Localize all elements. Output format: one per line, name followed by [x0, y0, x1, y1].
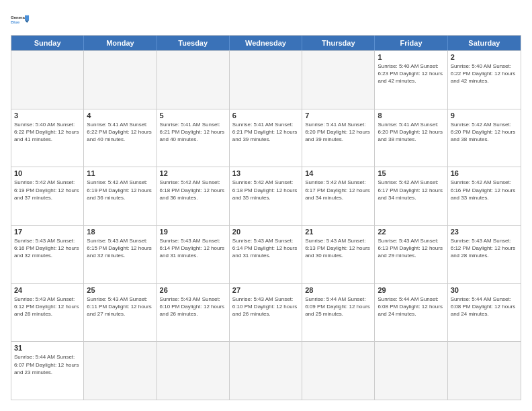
day-info: Sunrise: 5:42 AM Sunset: 6:18 PM Dayligh…	[232, 179, 299, 201]
day-info: Sunrise: 5:43 AM Sunset: 6:15 PM Dayligh…	[87, 237, 153, 260]
calendar-cell: 24Sunrise: 5:43 AM Sunset: 6:12 PM Dayli…	[11, 284, 84, 342]
day-of-week-monday: Monday	[84, 36, 157, 50]
calendar-cell	[84, 51, 157, 109]
day-of-week-friday: Friday	[375, 36, 447, 50]
calendar-cell: 8Sunrise: 5:41 AM Sunset: 6:20 PM Daylig…	[375, 109, 447, 167]
day-number: 2	[451, 53, 518, 61]
svg-text:General: General	[11, 15, 26, 19]
day-info: Sunrise: 5:42 AM Sunset: 6:17 PM Dayligh…	[305, 179, 371, 201]
day-number: 11	[87, 169, 153, 177]
calendar-cell: 2Sunrise: 5:40 AM Sunset: 6:22 PM Daylig…	[448, 51, 521, 109]
calendar-cell: 6Sunrise: 5:41 AM Sunset: 6:21 PM Daylig…	[230, 109, 302, 167]
calendar-cell: 21Sunrise: 5:43 AM Sunset: 6:13 PM Dayli…	[302, 226, 375, 283]
day-number: 25	[87, 286, 153, 294]
day-number: 18	[87, 228, 153, 236]
day-number: 24	[14, 286, 81, 294]
day-info: Sunrise: 5:43 AM Sunset: 6:10 PM Dayligh…	[160, 295, 226, 318]
calendar-cell	[84, 342, 157, 400]
calendar-cell: 7Sunrise: 5:41 AM Sunset: 6:20 PM Daylig…	[302, 109, 375, 167]
day-number: 30	[451, 286, 518, 294]
calendar-cell: 23Sunrise: 5:43 AM Sunset: 6:12 PM Dayli…	[448, 226, 521, 283]
calendar-week-1: 1Sunrise: 5:40 AM Sunset: 6:23 PM Daylig…	[11, 50, 521, 109]
calendar-week-4: 17Sunrise: 5:43 AM Sunset: 6:16 PM Dayli…	[11, 225, 521, 283]
day-number: 19	[160, 228, 226, 236]
calendar-cell	[157, 342, 230, 400]
calendar-cell: 22Sunrise: 5:43 AM Sunset: 6:13 PM Dayli…	[375, 226, 447, 283]
calendar-week-3: 10Sunrise: 5:42 AM Sunset: 6:19 PM Dayli…	[11, 167, 521, 225]
day-info: Sunrise: 5:44 AM Sunset: 6:09 PM Dayligh…	[305, 295, 371, 318]
day-info: Sunrise: 5:42 AM Sunset: 6:20 PM Dayligh…	[451, 121, 518, 144]
calendar-week-5: 24Sunrise: 5:43 AM Sunset: 6:12 PM Dayli…	[11, 283, 521, 342]
day-number: 16	[451, 169, 518, 177]
day-info: Sunrise: 5:43 AM Sunset: 6:14 PM Dayligh…	[232, 237, 299, 260]
day-info: Sunrise: 5:41 AM Sunset: 6:20 PM Dayligh…	[305, 121, 371, 144]
day-info: Sunrise: 5:43 AM Sunset: 6:16 PM Dayligh…	[14, 237, 81, 260]
calendar-cell: 27Sunrise: 5:43 AM Sunset: 6:10 PM Dayli…	[230, 284, 302, 342]
day-number: 1	[378, 53, 444, 61]
day-number: 17	[14, 228, 81, 236]
calendar-cell: 5Sunrise: 5:41 AM Sunset: 6:21 PM Daylig…	[157, 109, 230, 167]
calendar-cell: 13Sunrise: 5:42 AM Sunset: 6:18 PM Dayli…	[230, 167, 302, 225]
day-info: Sunrise: 5:43 AM Sunset: 6:12 PM Dayligh…	[451, 237, 518, 260]
day-info: Sunrise: 5:42 AM Sunset: 6:18 PM Dayligh…	[160, 179, 226, 201]
day-info: Sunrise: 5:42 AM Sunset: 6:19 PM Dayligh…	[14, 179, 81, 201]
calendar-cell	[375, 342, 447, 400]
calendar-cell: 12Sunrise: 5:42 AM Sunset: 6:18 PM Dayli…	[157, 167, 230, 225]
day-number: 26	[160, 286, 226, 294]
calendar-cell: 14Sunrise: 5:42 AM Sunset: 6:17 PM Dayli…	[302, 167, 375, 225]
calendar-cell: 16Sunrise: 5:42 AM Sunset: 6:16 PM Dayli…	[448, 167, 521, 225]
calendar-cell: 20Sunrise: 5:43 AM Sunset: 6:14 PM Dayli…	[230, 226, 302, 283]
day-info: Sunrise: 5:43 AM Sunset: 6:13 PM Dayligh…	[378, 237, 444, 260]
day-info: Sunrise: 5:44 AM Sunset: 6:07 PM Dayligh…	[14, 353, 81, 376]
day-info: Sunrise: 5:40 AM Sunset: 6:23 PM Dayligh…	[378, 62, 444, 85]
day-number: 23	[451, 228, 518, 236]
day-number: 21	[305, 228, 371, 236]
calendar-cell: 3Sunrise: 5:40 AM Sunset: 6:22 PM Daylig…	[11, 109, 84, 167]
day-number: 20	[232, 228, 299, 236]
day-info: Sunrise: 5:42 AM Sunset: 6:16 PM Dayligh…	[451, 179, 518, 201]
day-number: 6	[232, 111, 299, 120]
day-info: Sunrise: 5:43 AM Sunset: 6:10 PM Dayligh…	[232, 295, 299, 318]
day-number: 27	[232, 286, 299, 294]
day-number: 3	[14, 111, 81, 120]
day-info: Sunrise: 5:40 AM Sunset: 6:22 PM Dayligh…	[14, 121, 81, 144]
day-info: Sunrise: 5:42 AM Sunset: 6:19 PM Dayligh…	[87, 179, 153, 201]
day-of-week-wednesday: Wednesday	[230, 36, 302, 50]
day-number: 28	[305, 286, 371, 294]
calendar-cell	[157, 51, 230, 109]
day-number: 14	[305, 169, 371, 177]
day-info: Sunrise: 5:41 AM Sunset: 6:22 PM Dayligh…	[87, 121, 153, 144]
calendar-cell	[11, 51, 84, 109]
day-number: 29	[378, 286, 444, 294]
calendar-cell: 30Sunrise: 5:44 AM Sunset: 6:08 PM Dayli…	[448, 284, 521, 342]
day-number: 12	[160, 169, 226, 177]
calendar-cell: 28Sunrise: 5:44 AM Sunset: 6:09 PM Dayli…	[302, 284, 375, 342]
calendar-cell: 19Sunrise: 5:43 AM Sunset: 6:14 PM Dayli…	[157, 226, 230, 283]
calendar-cell: 26Sunrise: 5:43 AM Sunset: 6:10 PM Dayli…	[157, 284, 230, 342]
calendar-cell	[230, 51, 302, 109]
calendar-week-6: 31Sunrise: 5:44 AM Sunset: 6:07 PM Dayli…	[11, 341, 521, 400]
page-header: GeneralBlue	[11, 11, 521, 30]
day-info: Sunrise: 5:43 AM Sunset: 6:14 PM Dayligh…	[160, 237, 226, 260]
calendar-cell: 31Sunrise: 5:44 AM Sunset: 6:07 PM Dayli…	[11, 342, 84, 400]
calendar-cell	[230, 342, 302, 400]
day-info: Sunrise: 5:41 AM Sunset: 6:21 PM Dayligh…	[232, 121, 299, 144]
calendar-cell: 15Sunrise: 5:42 AM Sunset: 6:17 PM Dayli…	[375, 167, 447, 225]
day-number: 8	[378, 111, 444, 120]
calendar-cell: 1Sunrise: 5:40 AM Sunset: 6:23 PM Daylig…	[375, 51, 447, 109]
day-number: 13	[232, 169, 299, 177]
day-info: Sunrise: 5:43 AM Sunset: 6:13 PM Dayligh…	[305, 237, 371, 260]
calendar-cell: 18Sunrise: 5:43 AM Sunset: 6:15 PM Dayli…	[84, 226, 157, 283]
day-number: 7	[305, 111, 371, 120]
svg-marker-3	[25, 20, 29, 23]
day-info: Sunrise: 5:41 AM Sunset: 6:20 PM Dayligh…	[378, 121, 444, 144]
day-info: Sunrise: 5:44 AM Sunset: 6:08 PM Dayligh…	[378, 295, 444, 318]
calendar-week-2: 3Sunrise: 5:40 AM Sunset: 6:22 PM Daylig…	[11, 109, 521, 167]
day-number: 10	[14, 169, 81, 177]
calendar-cell: 4Sunrise: 5:41 AM Sunset: 6:22 PM Daylig…	[84, 109, 157, 167]
day-number: 4	[87, 111, 153, 120]
day-info: Sunrise: 5:44 AM Sunset: 6:08 PM Dayligh…	[451, 295, 518, 318]
day-info: Sunrise: 5:41 AM Sunset: 6:21 PM Dayligh…	[160, 121, 226, 144]
svg-marker-2	[25, 15, 29, 20]
day-of-week-tuesday: Tuesday	[157, 36, 230, 50]
